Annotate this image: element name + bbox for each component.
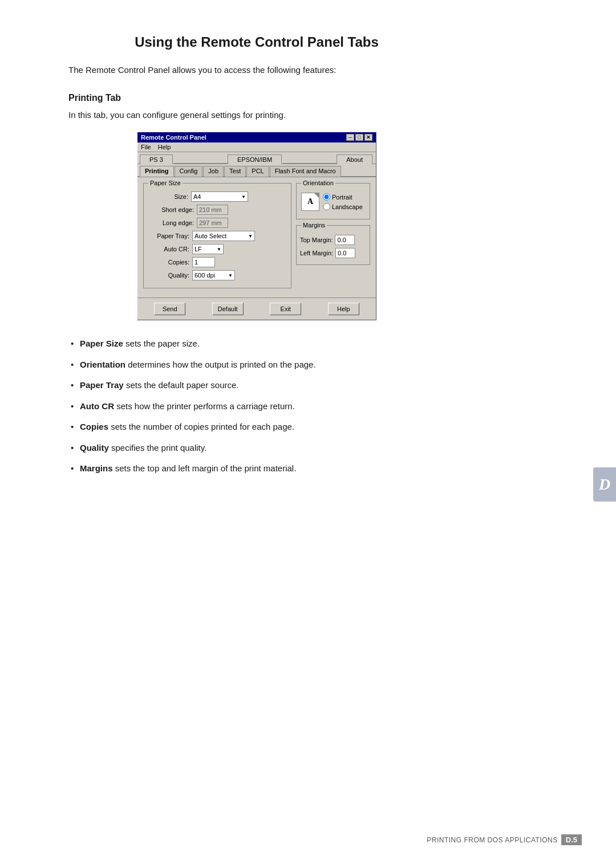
close-icon[interactable]: ✕ [364, 134, 372, 141]
orientation-group-title: Orientation [301, 180, 335, 186]
list-item-margins: Margins sets the top and left margin of … [68, 462, 445, 475]
page-title: Using the Remote Control Panel Tabs [68, 34, 445, 50]
bullet-bold-orientation: Orientation [80, 360, 125, 369]
long-edge-row: Long edge: [148, 218, 286, 228]
portrait-label: Portrait [332, 194, 352, 201]
button-row: Send Default Exit Help [137, 298, 376, 320]
auto-cr-row: Auto CR: LF ▼ [148, 244, 286, 254]
top-margin-label: Top Margin: [300, 237, 333, 243]
quality-row: Quality: 600 dpi ▼ [148, 270, 286, 280]
sub-tab-test[interactable]: Test [224, 166, 246, 177]
paper-tray-row: Paper Tray: Auto Select ▼ [148, 231, 286, 241]
list-item-auto-cr: Auto CR sets how the printer performs a … [68, 400, 445, 413]
short-edge-row: Short edge: [148, 205, 286, 215]
page-footer: Printing From DOS Applications D.5 [427, 834, 582, 845]
size-select-value: A4 [193, 193, 201, 200]
help-button[interactable]: Help [328, 303, 359, 315]
quality-select[interactable]: 600 dpi ▼ [192, 270, 235, 280]
bullet-bold-margins: Margins [80, 463, 113, 473]
list-item-orientation: Orientation determines how the output is… [68, 358, 445, 372]
portrait-icon: A [301, 193, 319, 211]
menu-file[interactable]: File [141, 144, 151, 150]
maximize-icon[interactable]: □ [355, 134, 363, 141]
quality-label: Quality: [148, 272, 189, 279]
page-badge: D.5 [561, 834, 582, 845]
bullet-text-quality: specifies the print quality. [111, 443, 206, 453]
top-margin-input[interactable] [335, 235, 355, 245]
orientation-radios: Portrait Landscape [323, 193, 363, 210]
titlebar: Remote Control Panel ─ □ ✕ [137, 132, 376, 142]
list-item-paper-size: Paper Size sets the paper size. [68, 337, 445, 351]
landscape-radio[interactable] [323, 203, 330, 210]
short-edge-input[interactable] [197, 205, 228, 215]
auto-cr-select[interactable]: LF ▼ [192, 244, 224, 254]
long-edge-input[interactable] [197, 218, 228, 228]
left-margin-label: Left Margin: [300, 250, 333, 256]
intro-text: The Remote Control Panel allows you to a… [68, 64, 445, 77]
send-button[interactable]: Send [154, 303, 185, 315]
portrait-radio-label[interactable]: Portrait [323, 193, 363, 201]
portrait-radio[interactable] [323, 193, 330, 201]
bullet-bold-copies: Copies [80, 422, 108, 431]
minimize-icon[interactable]: ─ [346, 134, 354, 141]
sub-tabs-row: Printing Config Job Test PCL Flash Font … [137, 164, 376, 177]
paper-size-group: Paper Size Size: A4 ▼ Short edge: [143, 183, 291, 288]
top-tab-ps3[interactable]: PS 3 [140, 154, 173, 164]
bullet-text-paper-tray: sets the default paper source. [126, 380, 239, 390]
landscape-label: Landscape [332, 203, 363, 210]
copies-input[interactable] [192, 257, 215, 267]
size-select-arrow: ▼ [241, 194, 246, 199]
list-item-quality: Quality specifies the print quality. [68, 442, 445, 455]
default-button[interactable]: Default [212, 303, 244, 315]
footer-text: Printing From DOS Applications [427, 836, 557, 844]
portrait-option: A Portrait Landscape [301, 193, 365, 211]
left-margin-input[interactable] [335, 248, 355, 258]
sub-tab-printing[interactable]: Printing [140, 166, 174, 177]
side-tab-d: D [593, 467, 616, 502]
list-item-copies: Copies sets the number of copies printed… [68, 421, 445, 434]
titlebar-icons: ─ □ ✕ [346, 134, 372, 141]
landscape-radio-label[interactable]: Landscape [323, 203, 363, 210]
top-tab-about[interactable]: About [337, 154, 372, 164]
paper-tray-label: Paper Tray: [148, 233, 189, 239]
sub-tab-config[interactable]: Config [175, 166, 203, 177]
list-item-paper-tray: Paper Tray sets the default paper source… [68, 379, 445, 392]
bullet-list: Paper Size sets the paper size. Orientat… [68, 337, 445, 475]
section-title-printing-tab: Printing Tab [68, 93, 445, 103]
bullet-text-auto-cr: sets how the printer performs a carriage… [116, 401, 295, 411]
auto-cr-arrow: ▼ [217, 247, 221, 252]
paper-tray-select[interactable]: Auto Select ▼ [192, 231, 255, 241]
top-tab-epsonibm[interactable]: EPSON/IBM [228, 154, 282, 164]
left-margin-row: Left Margin: [300, 248, 366, 258]
bullet-text-copies: sets the number of copies printed for ea… [111, 422, 294, 431]
portrait-icon-corner [314, 193, 319, 198]
bullet-text-margins: sets the top and left margin of the prin… [115, 463, 297, 473]
quality-arrow: ▼ [228, 273, 233, 278]
top-tab-spacer1 [174, 154, 228, 164]
orientation-group: Orientation A Portrait [296, 183, 370, 219]
paper-tray-value: Auto Select [194, 233, 226, 239]
exit-button[interactable]: Exit [270, 303, 301, 315]
bullet-bold-paper-tray: Paper Tray [80, 380, 124, 390]
size-label: Size: [148, 193, 188, 200]
size-row: Size: A4 ▼ [148, 191, 286, 202]
sub-tab-pcl[interactable]: PCL [246, 166, 269, 177]
long-edge-label: Long edge: [148, 219, 194, 226]
sub-tab-flash-font[interactable]: Flash Font and Macro [270, 166, 341, 177]
bullet-bold-auto-cr: Auto CR [80, 401, 114, 411]
remote-control-panel-window: Remote Control Panel ─ □ ✕ File Help PS … [137, 132, 376, 320]
panel-body: Paper Size Size: A4 ▼ Short edge: [137, 177, 376, 298]
sub-tab-job[interactable]: Job [203, 166, 224, 177]
menu-help[interactable]: Help [158, 144, 171, 150]
portrait-letter: A [307, 197, 313, 206]
window-inner: Paper Size Size: A4 ▼ Short edge: [143, 183, 370, 292]
copies-row: Copies: [148, 257, 286, 267]
paper-size-group-title: Paper Size [148, 180, 183, 186]
short-edge-label: Short edge: [148, 206, 194, 213]
copies-label: Copies: [148, 259, 189, 266]
menubar: File Help [137, 142, 376, 152]
paper-tray-arrow: ▼ [248, 234, 253, 239]
bullet-text-paper-size: sets the paper size. [125, 339, 200, 348]
bullet-bold-quality: Quality [80, 443, 109, 453]
size-select[interactable]: A4 ▼ [191, 191, 248, 202]
